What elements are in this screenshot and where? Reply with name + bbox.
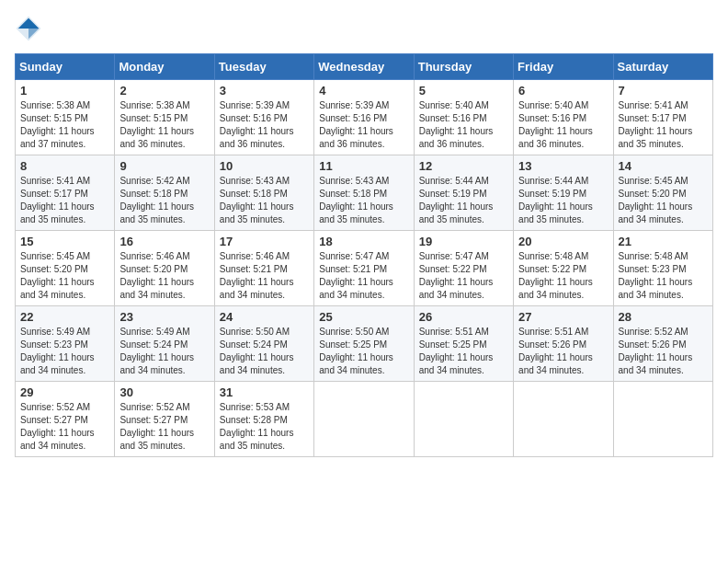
day-number: 14: [619, 159, 708, 173]
calendar-cell: 16 Sunrise: 5:46 AM Sunset: 5:20 PM Dayl…: [115, 231, 214, 306]
calendar-cell: [414, 382, 513, 457]
day-number: 24: [220, 310, 309, 324]
calendar-week-1: 1 Sunrise: 5:38 AM Sunset: 5:15 PM Dayli…: [16, 80, 713, 155]
day-info: Sunrise: 5:44 AM Sunset: 5:19 PM Dayligh…: [518, 175, 608, 226]
header-day-friday: Friday: [514, 54, 613, 80]
day-number: 8: [20, 159, 109, 173]
day-number: 2: [119, 84, 209, 98]
day-number: 7: [619, 84, 708, 98]
day-info: Sunrise: 5:40 AM Sunset: 5:16 PM Dayligh…: [518, 99, 608, 151]
calendar-cell: 28 Sunrise: 5:52 AM Sunset: 5:26 PM Dayl…: [613, 306, 712, 382]
day-number: 27: [518, 310, 608, 324]
calendar-cell: 2 Sunrise: 5:38 AM Sunset: 5:15 PM Dayli…: [115, 80, 214, 155]
day-number: 13: [518, 159, 608, 173]
calendar-table: SundayMondayTuesdayWednesdayThursdayFrid…: [15, 53, 713, 457]
day-info: Sunrise: 5:49 AM Sunset: 5:23 PM Dayligh…: [20, 326, 109, 377]
day-info: Sunrise: 5:43 AM Sunset: 5:18 PM Dayligh…: [220, 175, 309, 226]
day-number: 17: [220, 235, 309, 248]
day-info: Sunrise: 5:48 AM Sunset: 5:22 PM Dayligh…: [518, 250, 608, 302]
calendar-cell: 22 Sunrise: 5:49 AM Sunset: 5:23 PM Dayl…: [16, 306, 115, 382]
day-number: 20: [518, 235, 608, 248]
day-info: Sunrise: 5:40 AM Sunset: 5:16 PM Dayligh…: [419, 99, 508, 151]
calendar-cell: 18 Sunrise: 5:47 AM Sunset: 5:21 PM Dayl…: [314, 231, 414, 306]
day-info: Sunrise: 5:51 AM Sunset: 5:26 PM Dayligh…: [518, 326, 608, 377]
day-number: 15: [20, 235, 109, 248]
header-day-monday: Monday: [115, 54, 214, 80]
calendar-cell: 29 Sunrise: 5:52 AM Sunset: 5:27 PM Dayl…: [16, 382, 115, 457]
day-number: 9: [119, 159, 209, 173]
calendar-cell: 31 Sunrise: 5:53 AM Sunset: 5:28 PM Dayl…: [214, 382, 313, 457]
header-day-wednesday: Wednesday: [314, 54, 414, 80]
day-number: 19: [419, 235, 508, 248]
header-row: SundayMondayTuesdayWednesdayThursdayFrid…: [16, 54, 713, 80]
header-day-sunday: Sunday: [16, 54, 115, 80]
day-number: 22: [20, 310, 109, 324]
day-info: Sunrise: 5:41 AM Sunset: 5:17 PM Dayligh…: [20, 175, 109, 226]
calendar-cell: 10 Sunrise: 5:43 AM Sunset: 5:18 PM Dayl…: [214, 155, 313, 231]
calendar-cell: 17 Sunrise: 5:46 AM Sunset: 5:21 PM Dayl…: [214, 231, 313, 306]
day-info: Sunrise: 5:38 AM Sunset: 5:15 PM Dayligh…: [119, 99, 209, 151]
day-info: Sunrise: 5:46 AM Sunset: 5:20 PM Dayligh…: [119, 250, 209, 302]
day-number: 23: [119, 310, 209, 324]
calendar-cell: 30 Sunrise: 5:52 AM Sunset: 5:27 PM Dayl…: [115, 382, 214, 457]
page-header: [15, 15, 713, 42]
calendar-week-3: 15 Sunrise: 5:45 AM Sunset: 5:20 PM Dayl…: [16, 231, 713, 306]
day-info: Sunrise: 5:46 AM Sunset: 5:21 PM Dayligh…: [220, 250, 309, 302]
day-info: Sunrise: 5:44 AM Sunset: 5:19 PM Dayligh…: [419, 175, 508, 226]
calendar-cell: [514, 382, 613, 457]
logo: [15, 15, 46, 42]
calendar-body: 1 Sunrise: 5:38 AM Sunset: 5:15 PM Dayli…: [16, 80, 713, 457]
calendar-cell: 21 Sunrise: 5:48 AM Sunset: 5:23 PM Dayl…: [613, 231, 712, 306]
calendar-cell: 5 Sunrise: 5:40 AM Sunset: 5:16 PM Dayli…: [414, 80, 513, 155]
day-info: Sunrise: 5:47 AM Sunset: 5:21 PM Dayligh…: [319, 250, 408, 302]
day-info: Sunrise: 5:48 AM Sunset: 5:23 PM Dayligh…: [619, 250, 708, 302]
header-day-tuesday: Tuesday: [214, 54, 313, 80]
day-info: Sunrise: 5:52 AM Sunset: 5:27 PM Dayligh…: [119, 401, 209, 453]
day-info: Sunrise: 5:45 AM Sunset: 5:20 PM Dayligh…: [20, 250, 109, 302]
day-number: 11: [319, 159, 408, 173]
day-info: Sunrise: 5:50 AM Sunset: 5:25 PM Dayligh…: [319, 326, 408, 377]
day-number: 1: [20, 84, 109, 98]
day-number: 18: [319, 235, 408, 248]
day-info: Sunrise: 5:53 AM Sunset: 5:28 PM Dayligh…: [220, 401, 309, 453]
calendar-week-2: 8 Sunrise: 5:41 AM Sunset: 5:17 PM Dayli…: [16, 155, 713, 231]
day-number: 12: [419, 159, 508, 173]
day-number: 3: [220, 84, 309, 98]
calendar-cell: 15 Sunrise: 5:45 AM Sunset: 5:20 PM Dayl…: [16, 231, 115, 306]
calendar-cell: 13 Sunrise: 5:44 AM Sunset: 5:19 PM Dayl…: [514, 155, 613, 231]
day-info: Sunrise: 5:51 AM Sunset: 5:25 PM Dayligh…: [419, 326, 508, 377]
calendar-cell: 8 Sunrise: 5:41 AM Sunset: 5:17 PM Dayli…: [16, 155, 115, 231]
day-number: 26: [419, 310, 508, 324]
day-number: 10: [220, 159, 309, 173]
day-number: 21: [619, 235, 708, 248]
day-number: 6: [518, 84, 608, 98]
day-info: Sunrise: 5:49 AM Sunset: 5:24 PM Dayligh…: [119, 326, 209, 377]
calendar-cell: 1 Sunrise: 5:38 AM Sunset: 5:15 PM Dayli…: [16, 80, 115, 155]
calendar-cell: 7 Sunrise: 5:41 AM Sunset: 5:17 PM Dayli…: [613, 80, 712, 155]
calendar-cell: 4 Sunrise: 5:39 AM Sunset: 5:16 PM Dayli…: [314, 80, 414, 155]
day-info: Sunrise: 5:45 AM Sunset: 5:20 PM Dayligh…: [619, 175, 708, 226]
calendar-cell: 20 Sunrise: 5:48 AM Sunset: 5:22 PM Dayl…: [514, 231, 613, 306]
day-number: 31: [220, 385, 309, 399]
calendar-cell: 25 Sunrise: 5:50 AM Sunset: 5:25 PM Dayl…: [314, 306, 414, 382]
calendar-cell: [314, 382, 414, 457]
header-day-saturday: Saturday: [613, 54, 712, 80]
day-info: Sunrise: 5:47 AM Sunset: 5:22 PM Dayligh…: [419, 250, 508, 302]
calendar-cell: 19 Sunrise: 5:47 AM Sunset: 5:22 PM Dayl…: [414, 231, 513, 306]
day-info: Sunrise: 5:43 AM Sunset: 5:18 PM Dayligh…: [319, 175, 408, 226]
day-info: Sunrise: 5:39 AM Sunset: 5:16 PM Dayligh…: [319, 99, 408, 151]
day-info: Sunrise: 5:39 AM Sunset: 5:16 PM Dayligh…: [220, 99, 309, 151]
calendar-cell: 12 Sunrise: 5:44 AM Sunset: 5:19 PM Dayl…: [414, 155, 513, 231]
day-number: 30: [119, 385, 209, 399]
calendar-cell: 14 Sunrise: 5:45 AM Sunset: 5:20 PM Dayl…: [613, 155, 712, 231]
calendar-cell: 27 Sunrise: 5:51 AM Sunset: 5:26 PM Dayl…: [514, 306, 613, 382]
calendar-header: SundayMondayTuesdayWednesdayThursdayFrid…: [16, 54, 713, 80]
calendar-cell: 11 Sunrise: 5:43 AM Sunset: 5:18 PM Dayl…: [314, 155, 414, 231]
day-info: Sunrise: 5:50 AM Sunset: 5:24 PM Dayligh…: [220, 326, 309, 377]
logo-icon: [15, 15, 42, 42]
day-number: 29: [20, 385, 109, 399]
calendar-cell: 6 Sunrise: 5:40 AM Sunset: 5:16 PM Dayli…: [514, 80, 613, 155]
day-info: Sunrise: 5:52 AM Sunset: 5:27 PM Dayligh…: [20, 401, 109, 453]
calendar-cell: [613, 382, 712, 457]
day-number: 5: [419, 84, 508, 98]
